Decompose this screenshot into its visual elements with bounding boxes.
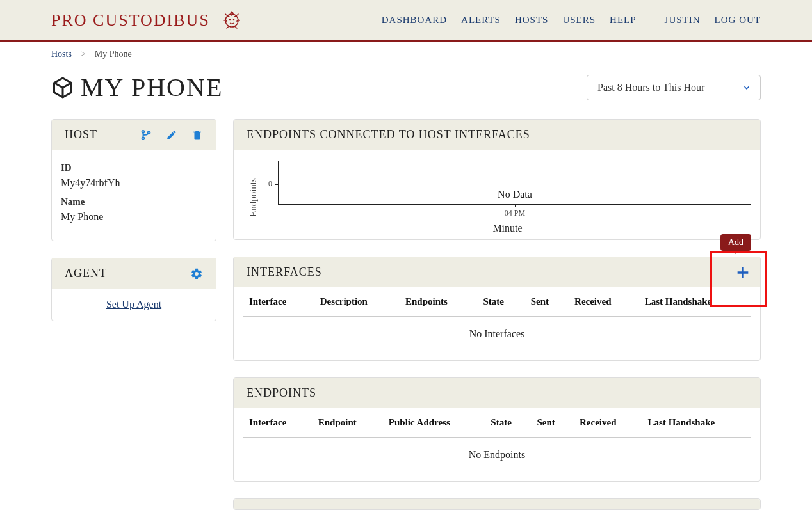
host-id-label: ID	[61, 163, 207, 173]
agent-actions	[190, 267, 203, 280]
title-row: MY PHONE Past 8 Hours to This Hour	[51, 72, 761, 102]
breadcrumb-separator: >	[81, 49, 86, 60]
trash-icon[interactable]	[191, 129, 203, 141]
endpoints-empty: No Endpoints	[243, 438, 751, 473]
th-received: Received	[568, 287, 638, 317]
svg-point-2	[233, 19, 235, 20]
th-e-interface: Interface	[243, 408, 312, 438]
endpoints-table-header: ENDPOINTS	[234, 378, 760, 408]
chart-no-data: No Data	[498, 189, 532, 200]
sidebar: HOST ID My4y74rbfYh Name My Phone	[51, 119, 216, 510]
main-column: ENDPOINTS CONNECTED TO HOST INTERFACES E…	[233, 119, 761, 510]
th-interface: Interface	[243, 287, 314, 317]
next-panel-stub	[233, 498, 761, 510]
layout: HOST ID My4y74rbfYh Name My Phone	[51, 119, 761, 510]
nav-logout[interactable]: LOG OUT	[715, 15, 761, 26]
endpoints-chart-panel: ENDPOINTS CONNECTED TO HOST INTERFACES E…	[233, 119, 761, 240]
time-range-select[interactable]: Past 8 Hours to This Hour	[587, 75, 761, 100]
chart-area: Endpoints 0 No Data 04 PM Minute	[234, 150, 760, 239]
th-sent: Sent	[524, 287, 568, 317]
th-description: Description	[314, 287, 399, 317]
nav-users[interactable]: USERS	[562, 15, 596, 26]
th-e-sent: Sent	[531, 408, 573, 438]
medusa-logo-icon	[220, 9, 243, 32]
brand[interactable]: PRO CUSTODIBUS	[51, 9, 243, 32]
th-e-public-address: Public Address	[382, 408, 485, 438]
interfaces-title: INTERFACES	[247, 266, 322, 279]
nav-alerts[interactable]: ALERTS	[461, 15, 501, 26]
host-panel-body: ID My4y74rbfYh Name My Phone	[52, 150, 216, 241]
host-name-value: My Phone	[61, 211, 207, 223]
th-endpoints: Endpoints	[399, 287, 476, 317]
interfaces-table: Interface Description Endpoints State Se…	[243, 287, 751, 351]
svg-point-4	[142, 137, 145, 139]
th-e-endpoint: Endpoint	[312, 408, 382, 438]
plus-icon	[736, 266, 749, 279]
th-state: State	[476, 287, 524, 317]
endpoints-chart-header: ENDPOINTS CONNECTED TO HOST INTERFACES	[234, 120, 760, 150]
host-actions	[140, 129, 203, 141]
breadcrumb-current: My Phone	[95, 49, 132, 60]
svg-point-1	[229, 19, 231, 20]
chart-x-label: Minute	[264, 223, 751, 234]
interfaces-panel: INTERFACES Add Interface Description End…	[233, 257, 761, 361]
endpoints-chart-title: ENDPOINTS CONNECTED TO HOST INTERFACES	[247, 128, 530, 141]
chart-plot-area: 0 No Data 04 PM	[278, 161, 751, 205]
branch-icon[interactable]	[140, 129, 152, 141]
chart-ytick-0: 0	[268, 179, 272, 189]
agent-panel-body: Set Up Agent	[52, 289, 216, 321]
th-e-received: Received	[573, 408, 642, 438]
host-id-value: My4y74rbfYh	[61, 177, 207, 189]
agent-panel-title: AGENT	[65, 267, 107, 280]
breadcrumb-hosts[interactable]: Hosts	[51, 49, 72, 60]
chevron-down-icon	[742, 83, 751, 92]
th-e-last-handshake: Last Handshake	[642, 408, 751, 438]
chart-xtick-0: 04 PM	[505, 209, 525, 218]
breadcrumb: Hosts > My Phone	[51, 49, 761, 60]
nav-help[interactable]: HELP	[610, 15, 637, 26]
agent-panel-header: AGENT	[52, 258, 216, 289]
host-cube-icon	[51, 76, 74, 99]
chart-xtick-mark	[515, 204, 516, 207]
chart-inner: 0 No Data 04 PM Minute	[264, 161, 751, 234]
th-e-state: State	[484, 408, 530, 438]
chart-y-label: Endpoints	[243, 161, 264, 234]
brand-text: PRO CUSTODIBUS	[51, 11, 210, 30]
add-tooltip: Add	[720, 234, 751, 251]
nav-current-user[interactable]: JUSTIN	[665, 15, 701, 26]
page-container: Hosts > My Phone MY PHONE Past 8 Hours t…	[0, 42, 812, 518]
nav-hosts[interactable]: HOSTS	[515, 15, 549, 26]
endpoints-table-title: ENDPOINTS	[247, 386, 316, 400]
main-nav: DASHBOARD ALERTS HOSTS USERS HELP JUSTIN…	[382, 15, 761, 26]
setup-agent-link[interactable]: Set Up Agent	[61, 299, 207, 310]
edit-icon[interactable]	[166, 129, 177, 141]
add-interface-button[interactable]	[733, 263, 752, 282]
host-name-label: Name	[61, 196, 207, 207]
endpoints-table: Interface Endpoint Public Address State …	[243, 408, 751, 472]
time-range-value: Past 8 Hours to This Hour	[597, 82, 704, 93]
interfaces-header: INTERFACES Add	[234, 257, 760, 287]
interfaces-table-wrap: Interface Description Endpoints State Se…	[234, 287, 760, 360]
host-panel-title: HOST	[65, 128, 97, 141]
host-panel-header: HOST	[52, 120, 216, 150]
page-title: MY PHONE	[81, 72, 223, 102]
endpoints-table-panel: ENDPOINTS Interface Endpoint Public Addr…	[233, 377, 761, 482]
top-header: PRO CUSTODIBUS DASHBOARD ALERTS HOSTS US…	[0, 0, 812, 42]
nav-dashboard[interactable]: DASHBOARD	[382, 15, 447, 26]
svg-point-3	[142, 130, 145, 132]
chart-ytick-mark	[275, 184, 279, 185]
interfaces-empty: No Interfaces	[243, 317, 751, 352]
host-panel: HOST ID My4y74rbfYh Name My Phone	[51, 119, 216, 241]
endpoints-table-wrap: Interface Endpoint Public Address State …	[234, 408, 760, 481]
gear-icon[interactable]	[190, 267, 203, 280]
th-last-handshake: Last Handshake	[638, 287, 751, 317]
next-panel-header-stub	[234, 499, 760, 509]
agent-panel: AGENT Set Up Agent	[51, 258, 216, 321]
